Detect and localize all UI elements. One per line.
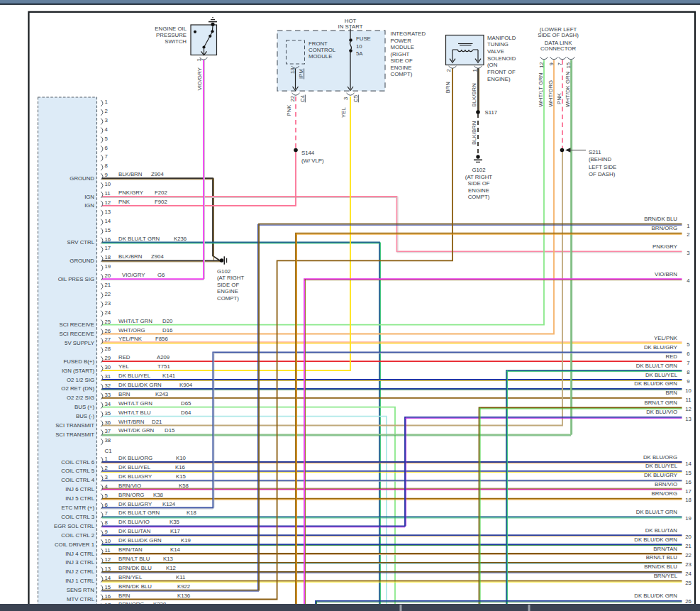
svg-text:COIL CTRL 3: COIL CTRL 3 [61,514,94,520]
svg-text:YEL/PNK: YEL/PNK [118,336,143,342]
svg-text:RED: RED [666,353,678,360]
svg-text:DK BLU/YEL: DK BLU/YEL [118,373,151,379]
svg-text:BRN/VIO: BRN/VIO [655,481,677,488]
svg-text:ENGINE OIL: ENGINE OIL [155,26,187,32]
svg-text:15: 15 [685,470,691,476]
svg-text:10: 10 [356,43,362,50]
svg-text:DK BLU/DK GRN: DK BLU/DK GRN [118,537,162,544]
svg-text:GROUND: GROUND [70,258,94,264]
svg-text:PNK: PNK [556,92,562,104]
svg-text:YEL: YEL [118,363,129,370]
svg-text:22: 22 [105,291,111,297]
svg-text:21: 21 [105,282,111,288]
svg-text:11: 11 [105,190,111,197]
svg-text:K13: K13 [163,556,173,562]
svg-text:T751: T751 [157,363,170,370]
svg-text:SIDE OF DASH): SIDE OF DASH) [538,32,579,38]
svg-text:K10: K10 [176,455,187,461]
svg-text:DK BLU/TAN: DK BLU/TAN [118,528,150,534]
svg-text:S117: S117 [485,109,498,116]
svg-text:D15: D15 [165,427,175,434]
svg-text:(AT RIGHT: (AT RIGHT [217,275,244,281]
svg-text:16: 16 [105,593,111,600]
svg-text:EGR SOL CTRL: EGR SOL CTRL [54,523,95,529]
svg-text:COMPT): COMPT) [217,295,239,302]
svg-text:17: 17 [105,245,111,251]
svg-text:6: 6 [105,145,108,151]
svg-text:F902: F902 [155,199,167,205]
svg-text:K19: K19 [181,537,191,544]
svg-text:O2 RET (DN): O2 RET (DN) [61,385,94,392]
svg-text:7: 7 [687,360,689,366]
svg-text:BRN: BRN [118,391,130,397]
svg-text:38: 38 [105,437,111,444]
svg-text:16: 16 [685,479,691,485]
svg-text:DK BLU/ORG: DK BLU/ORG [643,454,677,461]
svg-text:D21: D21 [152,419,162,425]
svg-text:CONNECTOR: CONNECTOR [540,45,576,52]
svg-text:25: 25 [105,319,111,325]
svg-text:2: 2 [105,108,108,114]
svg-text:5A: 5A [356,50,363,57]
svg-text:9: 9 [687,378,689,385]
svg-text:10: 10 [105,181,111,187]
svg-text:12: 12 [685,406,691,412]
svg-text:WHT/ORG: WHT/ORG [118,327,145,334]
svg-text:8: 8 [105,163,108,169]
svg-text:DK BLU/LT GRN: DK BLU/LT GRN [636,363,677,369]
svg-text:COIL CTRL 4: COIL CTRL 4 [61,477,94,483]
svg-text:C5: C5 [352,94,359,102]
svg-text:VIO/BRN: VIO/BRN [655,271,677,277]
svg-text:Z904: Z904 [151,171,164,177]
svg-text:SCI TRANSMIT: SCI TRANSMIT [55,431,94,438]
svg-text:22: 22 [289,96,296,102]
svg-text:GROUND: GROUND [70,175,94,182]
svg-text:SIDE OF: SIDE OF [217,282,239,288]
svg-text:16: 16 [105,236,111,243]
svg-text:29: 29 [105,355,111,361]
svg-text:24: 24 [685,571,691,577]
svg-text:BLK/BRN: BLK/BRN [118,253,142,260]
svg-text:3: 3 [343,97,349,100]
svg-text:COIL CTRL 2: COIL CTRL 2 [61,532,94,539]
svg-text:K124: K124 [162,501,176,507]
svg-text:YEL: YEL [340,107,347,118]
svg-text:31: 31 [105,373,111,380]
svg-text:BRN/DK BLU: BRN/DK BLU [644,216,677,222]
svg-text:FRONT: FRONT [309,40,328,47]
svg-text:ENGINE: ENGINE [468,187,489,194]
svg-text:9: 9 [548,62,555,65]
svg-text:BRN/ORG: BRN/ORG [118,492,144,498]
svg-text:C1: C1 [105,448,112,454]
svg-text:COMPT): COMPT) [468,194,490,200]
svg-text:Z904: Z904 [151,253,164,260]
svg-text:14: 14 [685,461,691,467]
svg-text:K35: K35 [170,519,180,525]
svg-text:COIL CTRL 6: COIL CTRL 6 [61,459,94,466]
svg-text:8: 8 [687,369,689,375]
svg-text:SOLENOID: SOLENOID [487,55,516,62]
svg-text:DK BLU/GRY: DK BLU/GRY [644,344,678,351]
svg-text:BRN/DK BLU: BRN/DK BLU [644,563,677,570]
svg-text:14: 14 [105,575,111,581]
svg-text:MTV CTRL: MTV CTRL [67,596,95,602]
svg-text:(W/ VLP): (W/ VLP) [301,158,324,164]
svg-text:K16: K16 [175,464,185,470]
svg-text:36: 36 [105,419,111,426]
svg-text:CONTROL: CONTROL [309,47,336,53]
svg-text:(AT RIGHT: (AT RIGHT [465,174,492,180]
svg-text:5: 5 [105,492,109,499]
svg-text:D64: D64 [181,409,191,416]
svg-text:2: 2 [105,465,108,471]
svg-text:BRN/YEL: BRN/YEL [654,573,678,579]
svg-text:IPM: IPM [298,69,304,79]
svg-text:BRN/YEL: BRN/YEL [118,574,143,580]
svg-text:BLK/BRN: BLK/BRN [471,83,477,106]
svg-text:20: 20 [685,534,691,540]
svg-text:PRESSURE: PRESSURE [156,32,187,38]
svg-text:INJ 2 CTRL: INJ 2 CTRL [65,568,94,575]
svg-text:S144: S144 [301,150,315,156]
svg-text:WHT/LT BLU: WHT/LT BLU [118,409,151,416]
svg-text:SIDE OF: SIDE OF [467,180,489,187]
svg-text:WHT/DK GRN: WHT/DK GRN [565,72,571,107]
